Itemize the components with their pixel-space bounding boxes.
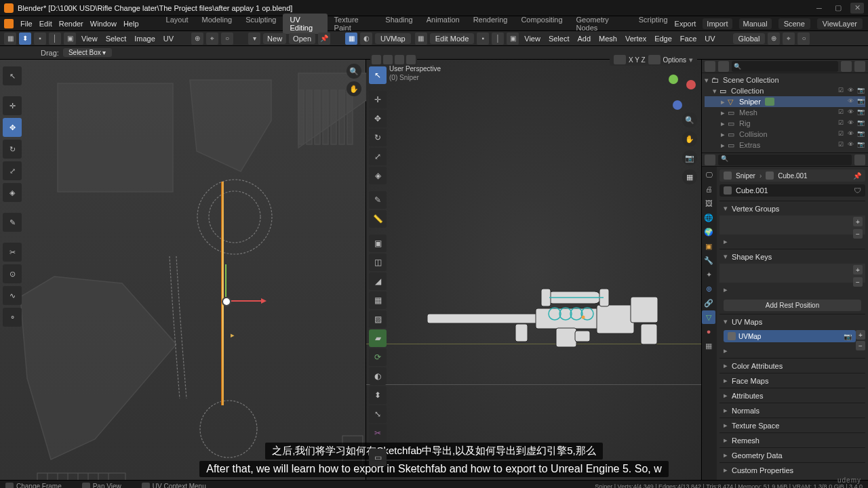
uv-pin-icon[interactable]: 📌	[318, 33, 330, 45]
3d-tool-scale[interactable]: ⤢	[369, 148, 387, 165]
tab-modeling[interactable]: Modeling	[195, 14, 239, 34]
sniper-render-toggle[interactable]: 📷	[857, 98, 865, 106]
scene-dropdown[interactable]: Scene	[778, 18, 810, 29]
3d-tool-region[interactable]: ▭	[369, 449, 387, 466]
3d-tool-select[interactable]: ↖	[369, 66, 387, 84]
collection-exclude-toggle[interactable]: ☑	[838, 87, 846, 95]
3d-tool-shrink[interactable]: ⤡	[369, 405, 387, 423]
tool-tweak[interactable]: ↖	[3, 66, 22, 85]
panel-geometry-data[interactable]: ▸Geometry Data	[719, 448, 865, 462]
uv-overlay-icon[interactable]: ◐	[360, 33, 372, 45]
uv-new-button[interactable]: New	[263, 33, 286, 44]
maximize-button[interactable]: ▢	[831, 3, 845, 14]
uv-edge-select[interactable]: │	[49, 33, 61, 45]
mode-dropdown[interactable]: Edit Mode	[430, 33, 475, 44]
3d-tool-bevel[interactable]: ◢	[369, 272, 387, 290]
3d-add-menu[interactable]: Add	[574, 35, 593, 43]
tool-cursor[interactable]: ✛	[3, 96, 22, 115]
ptab-physics[interactable]: ⊚	[702, 282, 715, 296]
tab-geonodes[interactable]: Geometry Nodes	[570, 14, 632, 34]
tool-transform[interactable]: ◈	[3, 183, 22, 202]
3d-edge-menu[interactable]: Edge	[652, 35, 675, 43]
3d-editor-type-icon[interactable]: ▦	[415, 33, 427, 45]
outliner-item-rig[interactable]: ▸▭ Rig ☑👁📷	[705, 118, 865, 129]
uv-vert-select[interactable]: ▪	[34, 33, 46, 45]
editmode-face-icon[interactable]	[406, 55, 416, 64]
outliner-item-collision[interactable]: ▸▭ Collision ☑👁📷	[705, 129, 865, 140]
3d-tool-inset[interactable]: ◫	[369, 253, 387, 271]
crumb-object[interactable]: Sniper	[736, 172, 755, 180]
gizmo-y-axis[interactable]	[225, 264, 226, 297]
outliner-collection[interactable]: ▾▭ Collection ☑👁📷	[705, 85, 865, 96]
uv-editor[interactable]: ↖ ✛ ✥ ↻ ⤢ ◈ ✎ ✂ ⊙ ∿ ⚬ 🔍 ✋ ▸	[0, 60, 366, 480]
tool-rip[interactable]: ✂	[3, 243, 22, 262]
3d-tool-extrude[interactable]: ▣	[369, 235, 387, 252]
ptab-object[interactable]: ▣	[702, 239, 715, 253]
outliner-type-icon[interactable]	[705, 61, 715, 72]
menu-manual[interactable]: Manual	[739, 18, 772, 29]
3d-tool-move[interactable]: ✥	[369, 110, 387, 127]
uv-display-icon[interactable]: ▦	[345, 33, 357, 45]
tool-grab[interactable]: ⊙	[3, 264, 22, 283]
3d-vert-select[interactable]: ▪	[477, 33, 489, 45]
uv-select-menu[interactable]: Select	[103, 35, 130, 43]
3d-face-menu[interactable]: Face	[677, 35, 699, 43]
3d-tool-edge-slide[interactable]: ⬍	[369, 386, 387, 404]
outliner-item-extras[interactable]: ▸▭ Extras ☑👁📷	[705, 140, 865, 150]
3d-tool-spin[interactable]: ⟳	[369, 348, 387, 366]
3d-uv-menu[interactable]: UV	[702, 35, 717, 43]
sk-remove-button[interactable]: −	[853, 277, 863, 287]
tab-layout[interactable]: Layout	[159, 14, 195, 34]
ptab-render[interactable]: 🖵	[702, 168, 715, 182]
3d-tool-cursor[interactable]: ✛	[369, 91, 387, 108]
uv-editor-type-icon[interactable]: ▦	[4, 33, 16, 45]
sk-add-button[interactable]: +	[853, 265, 863, 274]
outliner-new-collection-icon[interactable]	[854, 61, 865, 72]
menu-import[interactable]: Import	[703, 18, 732, 29]
ptab-material[interactable]: ●	[702, 325, 715, 338]
panel-normals[interactable]: ▸Normals	[719, 403, 865, 418]
editmode-vert-icon[interactable]	[383, 55, 393, 64]
3d-tool-rip[interactable]: ✂	[369, 424, 387, 442]
uvmap-dropdown[interactable]: UVMap	[375, 33, 411, 44]
uvmap-add-button[interactable]: +	[856, 330, 865, 340]
outliner[interactable]: ▾🗀 Scene Collection ▾▭ Collection ☑👁📷 ▸▽…	[702, 60, 868, 153]
3d-tool-loopcut[interactable]: ▦	[369, 291, 387, 309]
3d-proportional-icon[interactable]: ○	[797, 33, 810, 45]
vg-add-button[interactable]: +	[853, 217, 863, 226]
panel-remesh[interactable]: ▸Remesh	[719, 433, 865, 447]
collection-eye-toggle[interactable]: 👁	[848, 87, 856, 95]
vp-options-dropdown[interactable]: Options	[663, 56, 686, 64]
panel-color-attributes[interactable]: ▸Color Attributes	[719, 359, 865, 373]
tab-uv-editing[interactable]: UV Editing	[283, 14, 327, 34]
panel-uv-maps[interactable]: ▾UV Maps	[719, 314, 865, 329]
panel-attributes[interactable]: ▸Attributes	[719, 388, 865, 403]
outliner-display-icon[interactable]	[718, 61, 729, 72]
tool-scale[interactable]: ⤢	[3, 161, 22, 180]
drag-mode-dropdown[interactable]: Select Box ▾	[63, 48, 112, 57]
axis-x[interactable]	[686, 80, 696, 89]
3d-tool-transform[interactable]: ◈	[369, 167, 387, 184]
ptab-viewlayer[interactable]: 🖼	[702, 197, 715, 210]
3d-mesh-menu[interactable]: Mesh	[596, 35, 620, 43]
minimize-button[interactable]: ─	[812, 3, 826, 14]
tab-scripting[interactable]: Scripting	[632, 14, 675, 34]
blender-menu-icon[interactable]	[4, 19, 14, 28]
panel-face-maps[interactable]: ▸Face Maps	[719, 373, 865, 388]
3d-viewport[interactable]: X Y Z Options ▾ User Perspective (0) Sni…	[366, 60, 702, 480]
sniper-eye-toggle[interactable]: 👁	[848, 98, 856, 106]
datablock-name[interactable]: Cube.001 🛡	[719, 184, 865, 197]
ptab-data[interactable]: ▽	[702, 310, 715, 324]
vg-remove-button[interactable]: −	[853, 229, 863, 239]
uv-open-button[interactable]: Open	[289, 33, 315, 44]
ptab-constraints[interactable]: 🔗	[702, 296, 715, 310]
uvmap-active-render-icon[interactable]: 📷	[844, 333, 852, 340]
uv-image-menu[interactable]: Image	[132, 35, 158, 43]
tab-sculpting[interactable]: Sculpting	[239, 14, 283, 34]
outliner-item-mesh[interactable]: ▸▭ Mesh ☑👁📷	[705, 107, 865, 118]
3d-edge-select[interactable]: │	[492, 33, 504, 45]
menu-export[interactable]: Export	[675, 20, 696, 28]
3d-pivot-icon[interactable]: ⊕	[768, 33, 780, 45]
3d-tool-knife[interactable]: ▨	[369, 310, 387, 328]
uv-snap-icon[interactable]: ⌖	[206, 33, 218, 45]
